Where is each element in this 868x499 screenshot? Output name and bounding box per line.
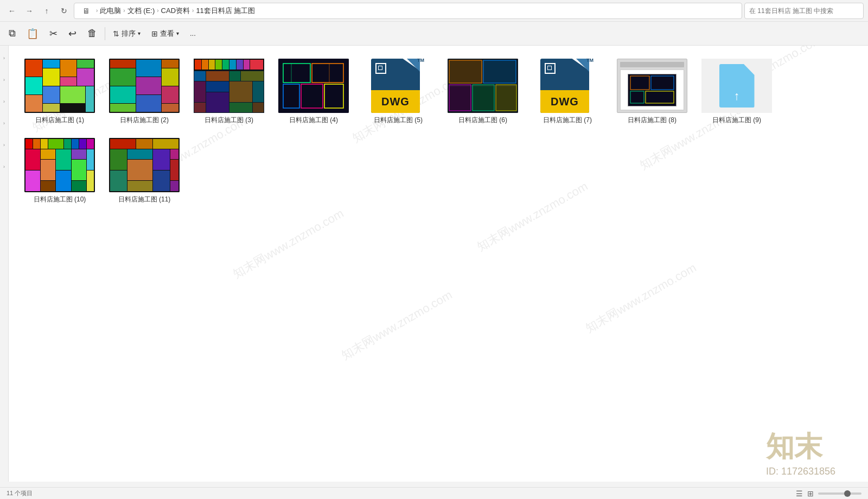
file-thumb-11 bbox=[109, 138, 180, 192]
statusbar-right: ☰ ⊞ bbox=[796, 489, 861, 498]
file-thumb-7: DWG TM bbox=[540, 59, 595, 113]
expand-arrow-2[interactable]: › bbox=[3, 77, 5, 83]
svg-rect-16 bbox=[630, 91, 644, 103]
main-area: › › › › › › 知末网www.znzmo.com 知末网www.znzm… bbox=[0, 46, 868, 482]
file-thumb-8 bbox=[617, 59, 687, 113]
rename-button[interactable]: ↩ bbox=[64, 26, 81, 42]
sep1: › bbox=[96, 8, 98, 14]
svg-rect-4 bbox=[324, 84, 343, 108]
refresh-button[interactable]: ↻ bbox=[56, 3, 72, 18]
svg-rect-8 bbox=[483, 60, 516, 83]
copy-button[interactable]: ⧉ bbox=[4, 26, 20, 41]
item-count: 11 个项目 bbox=[7, 489, 33, 497]
watermark-7: 知末网www.znzmo.com bbox=[583, 260, 699, 337]
svg-rect-1 bbox=[312, 64, 343, 83]
file-item-2[interactable]: 日料店施工图 (2) bbox=[104, 54, 184, 129]
file-item-3[interactable]: 日料店施工图 (3) bbox=[189, 54, 269, 129]
sort-icon: ⇅ bbox=[113, 29, 119, 38]
file-thumb-3 bbox=[194, 59, 264, 113]
statusbar: 11 个项目 ☰ ⊞ bbox=[0, 487, 868, 499]
copy-icon: ⧉ bbox=[9, 28, 16, 39]
file-item-5[interactable]: DWG TM 日料店施工图 (5) bbox=[358, 54, 438, 129]
view-chevron: ▾ bbox=[176, 30, 179, 36]
back-button[interactable]: ← bbox=[4, 3, 20, 18]
file-name-4: 日料店施工图 (4) bbox=[289, 116, 338, 125]
file-item-9[interactable]: ↑ 日料店施工图 (9) bbox=[697, 54, 777, 129]
view-icon: ⊞ bbox=[151, 29, 158, 38]
file-item-4[interactable]: 日料店施工图 (4) bbox=[273, 54, 354, 129]
file-name-6: 日料店施工图 (6) bbox=[458, 116, 507, 125]
left-panel: › › › › › › bbox=[0, 46, 9, 482]
expand-arrow-3[interactable]: › bbox=[3, 99, 5, 104]
cut-button[interactable]: ✂ bbox=[45, 26, 62, 42]
view-button[interactable]: ⊞ 查看 ▾ bbox=[147, 27, 183, 41]
paste-icon: 📋 bbox=[27, 28, 39, 40]
svg-rect-2 bbox=[283, 84, 299, 108]
expand-arrow-6[interactable]: › bbox=[3, 164, 5, 169]
file-thumb-10 bbox=[24, 138, 95, 192]
grid-view-icon[interactable]: ⊞ bbox=[807, 489, 814, 498]
file-item-7[interactable]: DWG TM 日料店施工图 (7) bbox=[527, 54, 608, 129]
cut-icon: ✂ bbox=[49, 28, 58, 40]
addressbar: ← → ↑ ↻ 🖥 › 此电脑 › 文档 (E:) › CAD资料 › 11套日… bbox=[0, 0, 868, 22]
file-thumb-4 bbox=[278, 59, 349, 113]
file-name-1: 日料店施工图 (1) bbox=[35, 116, 84, 125]
toolbar: ⧉ 📋 ✂ ↩ 🗑 ⇅ 排序 ▾ ⊞ 查看 ▾ ... bbox=[0, 22, 868, 46]
delete-button[interactable]: 🗑 bbox=[83, 26, 101, 41]
paste-button[interactable]: 📋 bbox=[22, 26, 43, 42]
watermark-3: 知末网www.znzmo.com bbox=[230, 205, 347, 282]
view-label: 查看 bbox=[160, 29, 174, 39]
file-name-10: 日料店施工图 (10) bbox=[34, 195, 86, 204]
forward-button[interactable]: → bbox=[22, 3, 37, 18]
list-view-icon[interactable]: ☰ bbox=[796, 489, 803, 498]
breadcrumb: 🖥 › 此电脑 › 文档 (E:) › CAD资料 › 11套日料店 施工图 bbox=[74, 3, 742, 19]
expand-arrows: › › › › › › bbox=[3, 55, 5, 169]
breadcrumb-computer[interactable]: 此电脑 bbox=[100, 6, 121, 16]
expand-arrow-5[interactable]: › bbox=[3, 142, 5, 148]
svg-rect-14 bbox=[630, 76, 649, 90]
file-item-11[interactable]: 日料店施工图 (11) bbox=[104, 134, 184, 209]
toolbar-sep1 bbox=[105, 27, 105, 40]
more-icon: ... bbox=[190, 29, 196, 37]
file-thumb-9: ↑ bbox=[701, 59, 772, 113]
file-thumb-2 bbox=[109, 59, 180, 113]
up-button[interactable]: ↑ bbox=[39, 3, 54, 18]
svg-rect-0 bbox=[283, 64, 310, 83]
sep2: › bbox=[123, 8, 125, 14]
file-thumb-1 bbox=[24, 59, 95, 113]
file-name-9: 日料店施工图 (9) bbox=[712, 116, 761, 125]
delete-icon: 🗑 bbox=[87, 28, 97, 39]
svg-rect-15 bbox=[651, 76, 674, 90]
breadcrumb-cad[interactable]: CAD资料 bbox=[161, 6, 190, 16]
expand-arrow-4[interactable]: › bbox=[3, 121, 5, 126]
file-thumb-6 bbox=[448, 59, 518, 113]
svg-rect-11 bbox=[496, 85, 516, 111]
rename-icon: ↩ bbox=[68, 28, 76, 40]
svg-rect-10 bbox=[473, 85, 494, 111]
svg-rect-3 bbox=[301, 84, 323, 108]
file-name-2: 日料店施工图 (2) bbox=[120, 116, 169, 125]
svg-rect-7 bbox=[449, 60, 482, 83]
file-grid: 日料店施工图 (1) bbox=[20, 54, 857, 208]
sort-chevron: ▾ bbox=[138, 30, 141, 36]
sep3: › bbox=[157, 8, 158, 14]
expand-arrow-1[interactable]: › bbox=[3, 55, 5, 61]
file-item-10[interactable]: 日料店施工图 (10) bbox=[20, 134, 100, 209]
file-name-7: 日料店施工图 (7) bbox=[543, 116, 592, 125]
breadcrumb-current[interactable]: 11套日料店 施工图 bbox=[196, 6, 255, 16]
view-size-thumb bbox=[844, 490, 851, 497]
file-item-1[interactable]: 日料店施工图 (1) bbox=[20, 54, 100, 129]
sort-label: 排序 bbox=[122, 29, 136, 39]
view-size-slider[interactable] bbox=[818, 492, 861, 495]
breadcrumb-documents[interactable]: 文档 (E:) bbox=[127, 6, 155, 16]
file-area: 知末网www.znzmo.com 知末网www.znzmo.com 知末网www… bbox=[9, 46, 868, 482]
file-item-8[interactable]: 日料店施工图 (8) bbox=[612, 54, 692, 129]
search-input[interactable] bbox=[744, 3, 864, 19]
sep4: › bbox=[192, 8, 194, 14]
svg-rect-17 bbox=[646, 91, 674, 103]
file-item-6[interactable]: 日料店施工图 (6) bbox=[443, 54, 523, 129]
sort-button[interactable]: ⇅ 排序 ▾ bbox=[108, 27, 145, 41]
file-thumb-5: DWG TM bbox=[371, 59, 425, 113]
more-button[interactable]: ... bbox=[186, 27, 200, 40]
file-name-8: 日料店施工图 (8) bbox=[628, 116, 676, 125]
